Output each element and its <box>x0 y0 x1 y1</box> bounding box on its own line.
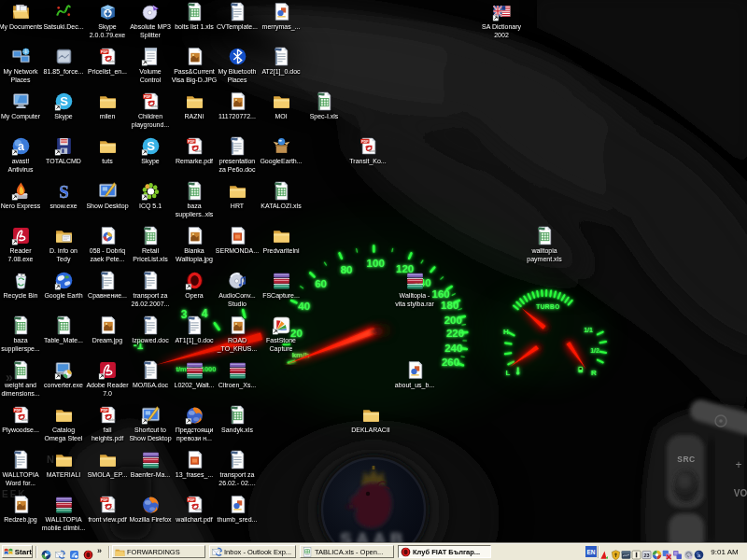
svg-text:PDF: PDF <box>101 409 108 413</box>
svg-text:S: S <box>147 139 155 153</box>
svg-text:1/2: 1/2 <box>590 347 599 354</box>
svg-text:220: 220 <box>446 328 464 339</box>
svg-text:PDF: PDF <box>188 498 195 502</box>
svg-text:23: 23 <box>643 553 649 558</box>
svg-text:H: H <box>503 328 509 336</box>
svg-text:60: 60 <box>315 278 327 289</box>
svg-text:S: S <box>60 94 68 108</box>
svg-text:1/1: 1/1 <box>584 327 593 333</box>
svg-text:S: S <box>59 182 69 201</box>
svg-text:40: 40 <box>298 301 310 312</box>
svg-text:Adobe: Adobe <box>107 418 115 422</box>
svg-text:TURBO: TURBO <box>536 303 560 310</box>
svg-text:PDF: PDF <box>14 409 21 413</box>
svg-text:Adobe: Adobe <box>194 508 202 511</box>
svg-text:Adobe: Adobe <box>150 105 158 108</box>
svg-text:R: R <box>591 369 597 377</box>
svg-text:PDF: PDF <box>144 95 151 99</box>
svg-text:PDF: PDF <box>101 498 108 502</box>
svg-text:Adobe: Adobe <box>368 149 375 153</box>
svg-text:+: + <box>735 458 741 471</box>
svg-text:200: 200 <box>444 315 462 326</box>
svg-text:VOL: VOL <box>734 488 747 498</box>
svg-text:PDF: PDF <box>361 140 369 144</box>
svg-text:SRC: SRC <box>677 455 695 464</box>
svg-text:Adobe: Adobe <box>194 149 202 153</box>
svg-text:a: a <box>17 140 24 153</box>
svg-text:PDF: PDF <box>101 50 108 54</box>
svg-text:Adobe: Adobe <box>107 508 115 511</box>
svg-text:100: 100 <box>367 258 385 269</box>
svg-text:Adobe: Adobe <box>107 60 115 63</box>
svg-text:Adobe: Adobe <box>21 418 28 422</box>
svg-text:240: 240 <box>444 343 462 354</box>
svg-text:L: L <box>506 369 511 377</box>
svg-text:PDF: PDF <box>188 140 195 144</box>
svg-text:80: 80 <box>341 264 353 275</box>
